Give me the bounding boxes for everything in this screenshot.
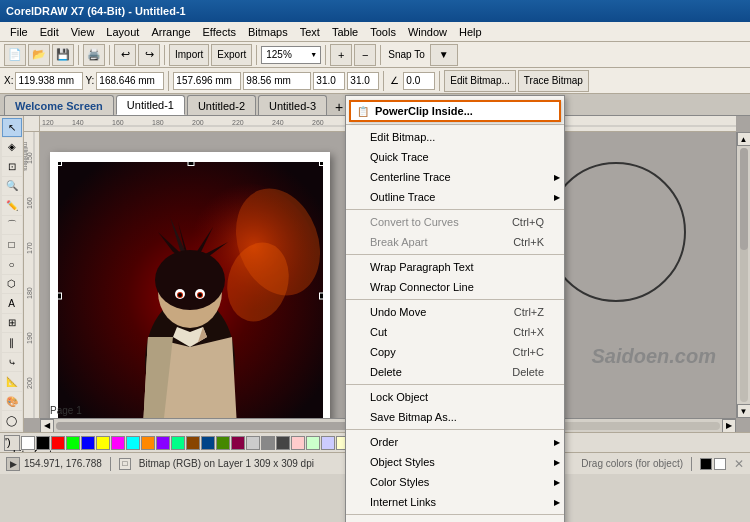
crop-tool[interactable]: ⊡ [2,157,22,176]
color-orange[interactable] [141,436,155,450]
import-button[interactable]: Import [169,44,209,66]
freehand-tool[interactable]: ✏️ [2,196,22,215]
zoom-out-button[interactable]: − [354,44,376,66]
context-menu-item-delete[interactable]: Delete Delete [346,362,564,382]
scroll-right-btn[interactable]: ▶ [722,419,736,433]
context-menu-item-cut[interactable]: Cut Ctrl+X [346,322,564,342]
context-menu-item-object-styles[interactable]: Object Styles [346,452,564,472]
smart-draw-tool[interactable]: ⌒ [2,216,22,235]
color-navy[interactable] [201,436,215,450]
color-red[interactable] [51,436,65,450]
color-magenta[interactable] [111,436,125,450]
fill-tool[interactable]: 🎨 [2,392,22,411]
open-button[interactable]: 📂 [28,44,50,66]
zoom-tool[interactable]: 🔍 [2,177,22,196]
bitmap-object[interactable] [58,162,323,418]
v-scrollbar-thumb[interactable] [740,148,748,250]
color-green[interactable] [66,436,80,450]
color-blue[interactable] [81,436,95,450]
menu-edit[interactable]: Edit [34,24,65,40]
context-menu-item-edit-bitmap[interactable]: Edit Bitmap... [346,127,564,147]
save-button[interactable]: 💾 [52,44,74,66]
tab-welcome[interactable]: Welcome Screen [4,95,114,115]
menu-window[interactable]: Window [402,24,453,40]
color-black[interactable] [36,436,50,450]
color-maroon[interactable] [231,436,245,450]
context-menu-item-powerclip[interactable]: 📋 PowerClip Inside... [349,100,561,122]
rect-tool[interactable]: □ [2,235,22,254]
color-olive[interactable] [216,436,230,450]
table-tool[interactable]: ⊞ [2,314,22,333]
context-menu-item-internet-links[interactable]: Internet Links [346,492,564,512]
context-menu-item-outline-trace[interactable]: Outline Trace [346,187,564,207]
menu-help[interactable]: Help [453,24,488,40]
parallel-tool[interactable]: ∥ [2,333,22,352]
zoom-in-button[interactable]: + [330,44,352,66]
circle-object[interactable] [546,162,686,302]
select-tool[interactable]: ↖ [2,118,22,137]
fill-indicator[interactable] [700,458,712,470]
status-icon[interactable]: ▶ [6,457,20,471]
menu-file[interactable]: File [4,24,34,40]
tab-untitled2[interactable]: Untitled-2 [187,95,256,115]
scroll-down-btn[interactable]: ▼ [737,404,751,418]
x-field[interactable] [15,72,83,90]
tab-untitled3[interactable]: Untitled-3 [258,95,327,115]
menu-layout[interactable]: Layout [100,24,145,40]
measure-tool[interactable]: 📐 [2,372,22,391]
context-menu-item-wrap-connector[interactable]: Wrap Connector Line [346,277,564,297]
outline-tool[interactable]: ◯ [2,411,22,430]
print-button[interactable]: 🖨️ [83,44,105,66]
context-menu-item-quick-trace[interactable]: Quick Trace [346,147,564,167]
menu-bitmaps[interactable]: Bitmaps [242,24,294,40]
menu-table[interactable]: Table [326,24,364,40]
new-button[interactable]: 📄 [4,44,26,66]
context-menu-item-centerline-trace[interactable]: Centerline Trace [346,167,564,187]
color-lightblue[interactable] [321,436,335,450]
context-menu-item-copy[interactable]: Copy Ctrl+C [346,342,564,362]
context-menu-item-order[interactable]: Order [346,432,564,452]
export-button[interactable]: Export [211,44,252,66]
menu-effects[interactable]: Effects [197,24,242,40]
tab-untitled1[interactable]: Untitled-1 [116,95,185,115]
h2-field[interactable] [347,72,379,90]
color-lightgreen[interactable] [306,436,320,450]
color-yellow[interactable] [96,436,110,450]
context-menu-item-save-bitmap[interactable]: Save Bitmap As... [346,407,564,427]
color-darkgray[interactable] [276,436,290,450]
color-lightpink[interactable] [291,436,305,450]
menu-tools[interactable]: Tools [364,24,402,40]
edit-bitmap-button[interactable]: Edit Bitmap... [444,70,515,92]
color-cyan[interactable] [126,436,140,450]
menu-view[interactable]: View [65,24,101,40]
color-lightgray[interactable] [246,436,260,450]
menu-text[interactable]: Text [294,24,326,40]
menu-arrange[interactable]: Arrange [145,24,196,40]
height-field[interactable] [243,72,311,90]
trace-bitmap-button[interactable]: Trace Bitmap [518,70,589,92]
scroll-up-btn[interactable]: ▲ [737,132,751,146]
context-menu-item-color-styles[interactable]: Color Styles [346,472,564,492]
undo-button[interactable]: ↩ [114,44,136,66]
v-scrollbar[interactable]: ▲ ▼ [736,132,750,418]
snap-dropdown[interactable]: ▼ [430,44,458,66]
redo-button[interactable]: ↪ [138,44,160,66]
color-gray[interactable] [261,436,275,450]
zoom-dropdown[interactable]: 125% [261,46,321,64]
context-menu-item-wrap-paragraph[interactable]: Wrap Paragraph Text [346,257,564,277]
w2-field[interactable] [313,72,345,90]
color-teal[interactable] [171,436,185,450]
connector-tool[interactable]: ⤷ [2,353,22,372]
scroll-left-btn[interactable]: ◀ [40,419,54,433]
color-white[interactable] [21,436,35,450]
context-menu-item-lock-object[interactable]: Lock Object [346,387,564,407]
shape-tool[interactable]: ◈ [2,138,22,157]
angle-field[interactable] [403,72,435,90]
y-field[interactable] [96,72,164,90]
ellipse-tool[interactable]: ○ [2,255,22,274]
text-tool[interactable]: A [2,294,22,313]
color-brown[interactable] [186,436,200,450]
context-menu-item-undo-move[interactable]: Undo Move Ctrl+Z [346,302,564,322]
stroke-indicator[interactable] [714,458,726,470]
polygon-tool[interactable]: ⬡ [2,275,22,294]
